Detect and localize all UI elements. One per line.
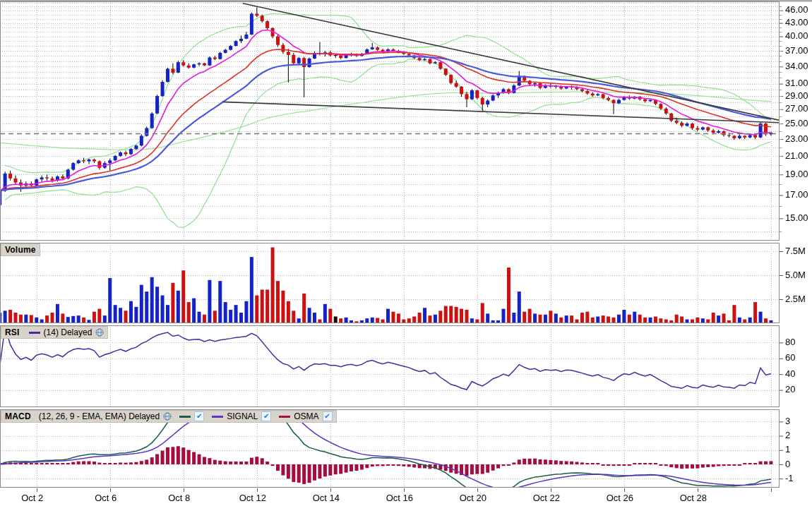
osma-series-label: OSMA <box>294 411 318 421</box>
macd-panel-legend: MACD (12, 26, 9 - EMA, EMA) Delayed ✔ SI… <box>1 410 337 423</box>
price-chart-canvas[interactable] <box>0 0 812 506</box>
globe-icon <box>163 412 172 421</box>
macd-params-text: (12, 26, 9 - EMA, EMA) Delayed <box>39 411 160 421</box>
macd-line-checkbox[interactable]: ✔ <box>194 411 204 421</box>
signal-series-label: SIGNAL <box>227 411 258 421</box>
volume-panel-label: Volume <box>1 243 40 256</box>
rsi-label-text: RSI <box>5 327 20 337</box>
rsi-params-text: (14) Delayed <box>44 327 92 337</box>
volume-label-text: Volume <box>5 245 36 255</box>
macd-label-text: MACD <box>5 411 31 421</box>
osma-checkbox[interactable]: ✔ <box>323 411 333 421</box>
macd-line-swatch-icon <box>179 416 191 418</box>
rsi-line-swatch-icon <box>29 332 40 334</box>
trading-chart-window: Volume RSI (14) Delayed MACD (12, 26, 9 … <box>0 0 812 506</box>
signal-line-swatch-icon <box>212 416 223 418</box>
signal-checkbox[interactable]: ✔ <box>261 411 271 421</box>
rsi-panel-legend: RSI (14) Delayed <box>1 326 108 339</box>
osma-swatch-icon <box>279 416 290 418</box>
globe-icon <box>95 328 104 337</box>
